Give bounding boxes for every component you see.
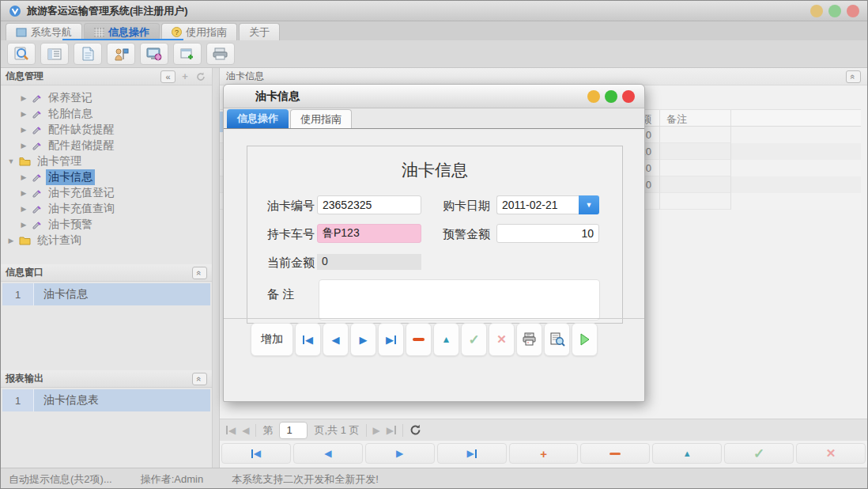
collapse-up-icon: « [195,270,205,275]
last-record-button[interactable]: ▶ [378,323,404,356]
expand-icon[interactable]: ▶ [7,237,15,244]
dialog-tab-user-guide[interactable]: 使用指南 [290,109,352,128]
column-header-remark[interactable]: 备注 [660,110,731,126]
nav-add-button[interactable]: + [509,443,579,464]
card-no-input[interactable] [317,195,421,214]
collapse-up-button[interactable]: « [192,373,207,385]
confirm-button[interactable]: ✓ [461,323,487,356]
remark-textarea[interactable] [319,279,600,320]
prev-page-button[interactable]: ◀ [242,425,249,436]
nav-last-button[interactable]: ▶ [437,443,507,464]
nav-cancel-button[interactable]: ✕ [796,443,866,464]
first-record-button[interactable]: ◀ [295,323,321,356]
tab-system-nav[interactable]: 系统导航 [6,23,82,40]
row-label: 油卡信息 [34,283,210,305]
window-maximize-button[interactable] [828,5,841,17]
dialog-maximize-button[interactable] [605,90,617,103]
refresh-icon[interactable] [194,70,207,83]
cancel-button[interactable]: ✕ [489,323,515,356]
expand-icon[interactable]: ▶ [20,189,28,197]
monitor-globe-button[interactable] [140,43,168,65]
user-navigation-button[interactable] [107,43,135,65]
printer-button[interactable] [206,43,235,65]
warn-amount-input[interactable] [496,224,599,243]
tree-label[interactable]: 保养登记 [46,90,95,106]
tree-label[interactable]: 统计查询 [35,233,84,248]
sidebar-splitter[interactable] [213,68,220,468]
expand-icon[interactable]: ▶ [20,94,28,102]
dialog-title-bar[interactable]: 油卡信息 [224,85,644,108]
vehicle-input[interactable] [317,224,421,243]
tree-item-fuel-card-recharge-register[interactable]: ▶ 油卡充值登记 [1,185,212,201]
tree-label[interactable]: 轮胎信息 [46,106,95,122]
triangle-up-icon: ▲ [683,449,692,458]
tree-item-fuel-card-info[interactable]: ▶ 油卡信息 [1,169,212,185]
print-button[interactable] [516,323,542,356]
tree-item-tire-info[interactable]: ▶ 轮胎信息 [1,106,212,122]
add-button[interactable]: 增加 [251,323,293,356]
expand-icon[interactable]: ▶ [20,126,28,134]
dialog-tab-info-operation[interactable]: 信息操作 [227,109,289,128]
tab-user-guide[interactable]: ? 使用指南 [161,23,237,40]
panel-collapse-button[interactable]: « [846,70,861,83]
info-window-row[interactable]: 1 油卡信息 [2,283,210,305]
tree-label[interactable]: 配件缺货提醒 [46,122,117,138]
edit-record-button[interactable]: ▲ [433,323,459,356]
nav-delete-button[interactable] [580,443,650,464]
next-record-button[interactable]: ▶ [350,323,376,356]
expand-icon[interactable]: ▶ [20,142,28,150]
expand-icon[interactable]: ▶ [20,205,28,213]
nav-next-button[interactable]: ▶ [365,443,435,464]
dialog-close-button[interactable] [622,90,635,103]
print-preview-button[interactable] [544,323,570,356]
buy-date-value[interactable]: 2011-02-21 [496,195,579,214]
collapse-up-button[interactable]: « [192,267,207,279]
window-close-button[interactable] [847,5,859,17]
window-minimize-button[interactable] [810,5,823,17]
collapse-icon[interactable]: ▼ [7,157,15,165]
tree-label[interactable]: 油卡管理 [35,154,84,169]
tree-label[interactable]: 配件超储提醒 [46,138,117,154]
tab-about[interactable]: 关于 [239,23,280,40]
tab-info-operation[interactable]: 信息操作 [84,23,160,40]
add-icon[interactable]: + [179,70,191,83]
tree-folder-statistics-query[interactable]: ▶ 统计查询 [1,233,212,248]
tree-folder-fuel-card[interactable]: ▼ 油卡管理 [1,154,212,169]
expand-icon[interactable]: ▶ [20,221,28,229]
buy-date-combo[interactable]: 2011-02-21 ▼ [496,195,599,214]
fuel-card-form: 油卡信息 油卡编号 购卡日期 2011-02-21 ▼ 持卡车号 预警金额 当前… [247,146,623,324]
tree-item-parts-overstock[interactable]: ▶ 配件超储提醒 [1,138,212,154]
tree-label[interactable]: 油卡预警 [46,217,95,233]
nav-confirm-button[interactable]: ✓ [724,443,794,464]
tree-item-fuel-card-warning[interactable]: ▶ 油卡预警 [1,217,212,233]
folder-open-icon [19,157,31,166]
report-output-row[interactable]: 1 油卡信息表 [2,389,210,411]
first-page-button[interactable]: ◀ [226,425,236,436]
expand-icon[interactable]: ▶ [20,110,28,118]
buy-date-dropdown-button[interactable]: ▼ [579,195,599,214]
triangle-up-icon: ▲ [442,334,451,345]
nav-edit-button[interactable]: ▲ [652,443,722,464]
tree-label[interactable]: 油卡信息 [46,169,95,185]
refresh-button[interactable] [409,424,421,436]
delete-record-button[interactable] [406,323,432,356]
search-document-button[interactable] [7,43,36,65]
tree-item-fuel-card-recharge-query[interactable]: ▶ 油卡充值查询 [1,201,212,217]
execute-button[interactable] [572,323,598,356]
expand-icon[interactable]: ▶ [20,173,28,181]
tree-label[interactable]: 油卡充值登记 [46,185,117,201]
new-window-button[interactable] [173,43,202,65]
page-number-input[interactable] [279,422,308,439]
document-button[interactable] [74,43,102,65]
collapse-left-button[interactable]: « [160,70,175,83]
nav-prev-button[interactable]: ◀ [293,443,363,464]
dialog-minimize-button[interactable] [587,90,600,103]
tree-item-maintenance[interactable]: ▶ 保养登记 [1,90,212,106]
tree-item-parts-shortage[interactable]: ▶ 配件缺货提醒 [1,122,212,138]
tree-label[interactable]: 油卡充值查询 [46,201,117,217]
prev-record-button[interactable]: ◀ [323,323,349,356]
table-view-button[interactable] [40,43,69,65]
nav-first-button[interactable]: ◀ [221,443,291,464]
next-page-button[interactable]: ▶ [373,425,380,436]
last-page-button[interactable]: ▶ [387,425,396,436]
